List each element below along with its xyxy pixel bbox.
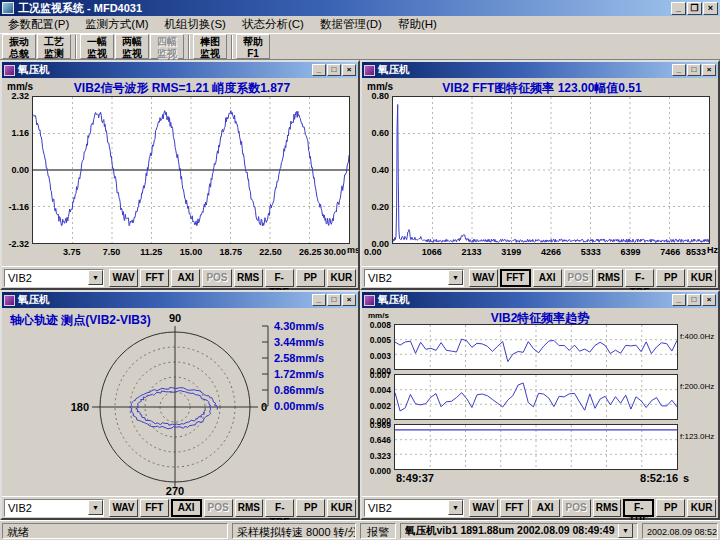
panel-icon: [4, 295, 15, 306]
axi-button[interactable]: AXI: [171, 269, 200, 287]
kur-button[interactable]: KUR: [327, 499, 356, 517]
menu-bar: 参数配置(P)监测方式(M)机组切换(S)状态分析(C)数据管理(D)帮助(H): [0, 16, 720, 33]
y-tick-label: 0.40: [362, 165, 389, 175]
maximize-button[interactable]: □: [327, 294, 341, 306]
menu-item-state-analysis[interactable]: 状态分析(C): [234, 16, 312, 33]
panel-titlebar[interactable]: 氧压机 _ □ ×: [362, 292, 718, 308]
channel-select[interactable]: VIB2▼: [4, 269, 104, 287]
restore-button[interactable]: ❐: [687, 2, 702, 15]
legend-value: 2.58mm/s: [274, 352, 324, 364]
pp-button[interactable]: PP: [296, 269, 325, 287]
wav-button[interactable]: WAV: [109, 269, 138, 287]
app-titlebar[interactable]: 工况监视系统 - MFD4031 _ ❐ ×: [0, 0, 720, 16]
panel-titlebar[interactable]: 氧压机 _ □ ×: [2, 62, 358, 78]
menu-item-monitor-mode[interactable]: 监测方式(M): [77, 16, 156, 33]
channel-select[interactable]: VIB2▼: [364, 269, 464, 287]
plot-canvas: [395, 425, 677, 469]
menu-item-help[interactable]: 帮助(H): [390, 16, 445, 33]
x-tick-label: 18.75: [211, 247, 251, 257]
channel-select[interactable]: VIB2▼: [4, 499, 104, 517]
toolbar-button-quad-view: 四幅 监视: [150, 34, 184, 59]
chevron-down-icon[interactable]: ▼: [448, 500, 463, 515]
close-button[interactable]: ×: [702, 64, 716, 76]
menu-item-unit-switch[interactable]: 机组切换(S): [157, 16, 234, 33]
menu-item-data-manage[interactable]: 数据管理(D): [312, 16, 390, 33]
toolbar-button-vibration-overview[interactable]: 振动 总貌: [2, 34, 36, 59]
rms-button[interactable]: RMS: [595, 269, 624, 287]
chevron-down-icon[interactable]: ▼: [88, 500, 103, 515]
axi-button[interactable]: AXI: [533, 269, 562, 287]
pp-button[interactable]: PP: [296, 499, 325, 517]
x-tick-label: 22.50: [251, 247, 291, 257]
kur-button[interactable]: KUR: [687, 269, 716, 287]
minimize-button[interactable]: _: [671, 2, 686, 15]
close-button[interactable]: ×: [342, 294, 356, 306]
toolbar-button-single-view[interactable]: 一幅 监视: [80, 34, 114, 59]
x-tick-label: 3.75: [52, 247, 92, 257]
chevron-down-icon[interactable]: ▼: [88, 270, 103, 285]
y-tick-label: -2.32: [2, 239, 29, 249]
menu-item-param-config[interactable]: 参数配置(P): [0, 16, 77, 33]
toolbar-button-help-f1[interactable]: 帮助 F1: [236, 34, 270, 59]
maximize-button[interactable]: □: [687, 64, 701, 76]
wav-button[interactable]: WAV: [109, 499, 138, 517]
svg-text:180: 180: [71, 401, 89, 413]
legend-value: 4.30mm/s: [274, 320, 324, 332]
chevron-down-icon[interactable]: ▼: [448, 270, 463, 285]
chevron-down-icon[interactable]: ▼: [618, 523, 633, 538]
plot-area: [32, 96, 350, 244]
axi-button[interactable]: AXI: [531, 499, 560, 517]
fft-button[interactable]: FFT: [500, 499, 529, 517]
rms-button[interactable]: RMS: [234, 269, 263, 287]
maximize-button[interactable]: □: [327, 64, 341, 76]
maximize-button[interactable]: □: [687, 294, 701, 306]
kur-button[interactable]: KUR: [687, 499, 716, 517]
y-tick-label: 0.008: [362, 320, 391, 330]
panel-titlebar[interactable]: 氧压机 _ □ ×: [2, 292, 358, 308]
f-tre-button[interactable]: F-TRE: [265, 269, 294, 287]
minimize-button[interactable]: _: [312, 64, 326, 76]
mdi-area: 氧压机 _ □ × mm/sVIB2信号波形 RMS=1.21 峭度系数1.87…: [0, 60, 720, 520]
toolbar-button-bargraph-view[interactable]: 棒图 监视: [193, 34, 227, 59]
toolbar-button-process-monitor[interactable]: 工艺 监测: [37, 34, 71, 59]
panel-buttons: WAVFFTAXIPOSRMSF-TREPPKUR: [109, 499, 356, 517]
x-tick-label: 4266: [531, 247, 571, 257]
f-tre-button[interactable]: F-TRE: [623, 499, 654, 517]
status-channel[interactable]: 氧压机vib1 1891.88um 2002.08.09 08:49:49 ▼: [400, 523, 638, 539]
wav-button[interactable]: WAV: [469, 499, 498, 517]
channel-select[interactable]: VIB2▼: [364, 499, 464, 517]
toolbar-separator: [75, 35, 77, 59]
y-tick-label: 0.005: [362, 335, 391, 345]
rms-button[interactable]: RMS: [593, 499, 622, 517]
f-tre-button[interactable]: F-TRE: [265, 499, 294, 517]
close-button[interactable]: ×: [703, 2, 718, 15]
status-bar: 就绪 采样模拟转速 8000 转/分 报警 氧压机vib1 1891.88um …: [0, 520, 720, 540]
x-tick-label: 8533: [666, 247, 706, 257]
svg-text:0: 0: [261, 401, 267, 413]
pp-button[interactable]: PP: [656, 499, 685, 517]
rms-button[interactable]: RMS: [235, 499, 264, 517]
panel-titlebar[interactable]: 氧压机 _ □ ×: [362, 62, 718, 78]
y-tick-label: 0.323: [362, 451, 391, 461]
y-tick-label: 0.646: [362, 435, 391, 445]
panel-buttons: WAVFFTAXIPOSRMSF-TREPPKUR: [109, 269, 356, 287]
minimize-button[interactable]: _: [672, 64, 686, 76]
axi-button[interactable]: AXI: [171, 499, 202, 517]
f-tre-button[interactable]: F-TRE: [625, 269, 654, 287]
toolbar-button-dual-view[interactable]: 两幅 监视: [115, 34, 149, 59]
close-button[interactable]: ×: [702, 294, 716, 306]
fft-button[interactable]: FFT: [500, 269, 531, 287]
fft-button[interactable]: FFT: [140, 499, 169, 517]
plot-area: [392, 96, 710, 244]
pp-button[interactable]: PP: [656, 269, 685, 287]
wav-button[interactable]: WAV: [469, 269, 498, 287]
channel-select-value: VIB2: [5, 502, 88, 514]
minimize-button[interactable]: _: [312, 294, 326, 306]
minimize-button[interactable]: _: [672, 294, 686, 306]
y-tick-label: 0.969: [362, 420, 391, 430]
close-button[interactable]: ×: [342, 64, 356, 76]
freq-label: f:200.0Hz: [680, 382, 718, 391]
y-tick-label: 0.60: [362, 128, 389, 138]
kur-button[interactable]: KUR: [327, 269, 356, 287]
fft-button[interactable]: FFT: [140, 269, 169, 287]
